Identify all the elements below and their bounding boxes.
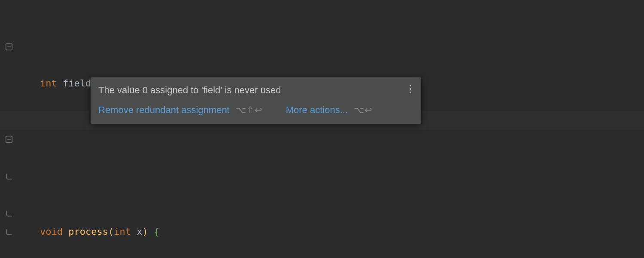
fold-end-icon[interactable] — [5, 228, 13, 236]
parameter: x — [131, 226, 143, 237]
fold-end-icon[interactable] — [5, 173, 13, 181]
inspection-message: The value 0 assigned to 'field' is never… — [98, 83, 413, 97]
quick-fix-link[interactable]: Remove redundant assignment — [98, 103, 230, 117]
fold-minus-icon[interactable] — [5, 43, 13, 51]
identifier: field — [57, 78, 91, 89]
code-line: void process(int x) { — [17, 222, 644, 241]
inspection-actions: Remove redundant assignment ⌥⇧↩ More act… — [98, 103, 413, 117]
shortcut-hint: ⌥↩ — [354, 104, 373, 117]
keyword: int — [40, 78, 57, 89]
fold-end-icon[interactable] — [5, 210, 13, 218]
brace: { — [154, 226, 159, 237]
more-actions-link[interactable]: More actions... — [286, 103, 348, 117]
keyword: void — [40, 226, 63, 237]
code-line — [17, 148, 644, 167]
function-name: process — [63, 226, 108, 237]
gutter — [0, 0, 16, 258]
shortcut-hint: ⌥⇧↩ — [236, 104, 263, 117]
code-area[interactable]: int field; void process(int x) { field =… — [16, 0, 644, 258]
keyword: int — [114, 226, 131, 237]
fold-minus-icon[interactable] — [5, 135, 13, 143]
paren: ) — [142, 226, 148, 237]
more-options-icon[interactable] — [406, 83, 415, 95]
paren: ( — [108, 226, 114, 237]
inspection-tooltip: The value 0 assigned to 'field' is never… — [91, 77, 421, 124]
code-editor[interactable]: int field; void process(int x) { field =… — [0, 0, 644, 258]
